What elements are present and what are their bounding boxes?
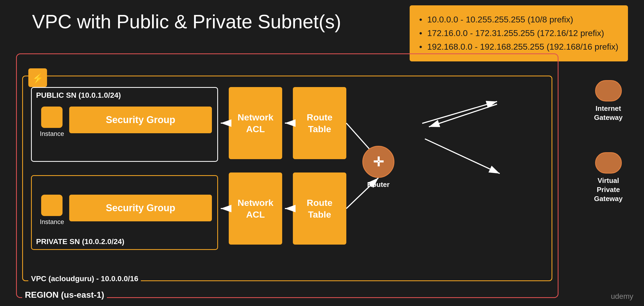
security-group-public: Security Group bbox=[69, 107, 212, 133]
instance-block-public: Instance bbox=[40, 107, 64, 138]
internet-gateway-icon bbox=[595, 80, 622, 101]
vpc-box: ⚡ VPC (acloudguru) - 10.0.0.0/16 PUBLIC … bbox=[22, 76, 552, 281]
svg-point-12 bbox=[604, 85, 613, 93]
network-acl-bottom: NetworkACL bbox=[229, 172, 282, 245]
private-sn-box: PRIVATE SN (10.0.2.0/24) Instance Securi… bbox=[31, 175, 218, 250]
vpc-label: VPC (acloudguru) - 10.0.0.0/16 bbox=[28, 274, 141, 283]
network-acl-top: NetworkACL bbox=[229, 87, 282, 159]
internet-gateway: InternetGateway bbox=[594, 80, 623, 122]
vpn-gateway-label: VirtualPrivateGateway bbox=[594, 176, 623, 203]
instance-icon-public bbox=[41, 107, 63, 128]
virtual-private-gateway: VirtualPrivateGateway bbox=[594, 152, 623, 203]
route-table-top: RouteTable bbox=[293, 87, 346, 159]
public-sn-label: PUBLIC SN (10.0.1.0/24) bbox=[36, 91, 121, 100]
instance-label-public: Instance bbox=[40, 130, 64, 138]
region-label: REGION (us-east-1) bbox=[22, 290, 107, 300]
udemy-watermark: udemy bbox=[611, 292, 633, 301]
svg-point-16 bbox=[604, 157, 613, 165]
info-item-1: 10.0.0.0 - 10.255.255.255 (10/8 prefix) bbox=[419, 13, 618, 26]
security-group-private: Security Group bbox=[69, 195, 212, 221]
region-box: REGION (us-east-1) ⚡ VPC (acloudguru) - … bbox=[16, 53, 558, 298]
svg-text:⚡: ⚡ bbox=[32, 73, 44, 84]
instance-label-private: Instance bbox=[40, 218, 64, 226]
instance-block-private: Instance bbox=[40, 195, 64, 226]
internet-gateway-label: InternetGateway bbox=[594, 104, 623, 122]
aws-icon: ⚡ bbox=[28, 68, 47, 87]
private-sn-label: PRIVATE SN (10.0.2.0/24) bbox=[36, 237, 124, 246]
diagram-container: REGION (us-east-1) ⚡ VPC (acloudguru) - … bbox=[16, 37, 628, 298]
instance-icon-private bbox=[41, 195, 63, 216]
public-sn-box: PUBLIC SN (10.0.1.0/24) Instance Securit… bbox=[31, 87, 218, 162]
router-symbol: ✛ bbox=[373, 154, 384, 169]
slide: VPC with Public & Private Subnet(s) 10.0… bbox=[0, 0, 644, 306]
router-label: Router bbox=[362, 181, 394, 189]
route-table-bottom: RouteTable bbox=[293, 172, 346, 245]
router-circle: ✛ bbox=[362, 146, 394, 178]
vpn-gateway-icon bbox=[595, 152, 622, 174]
